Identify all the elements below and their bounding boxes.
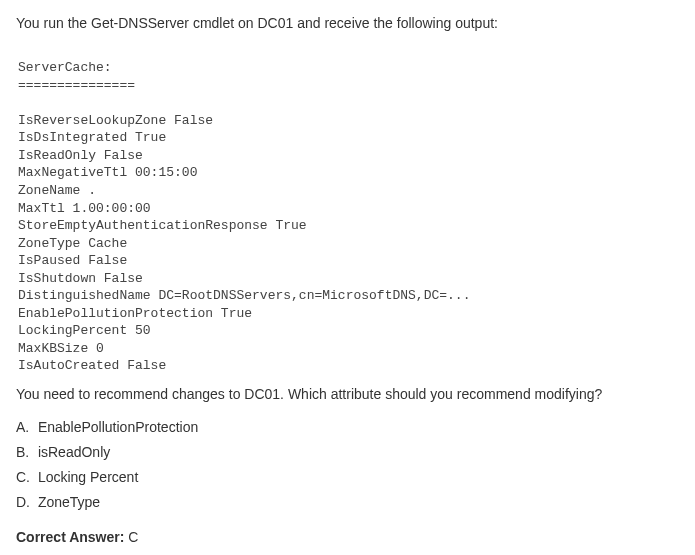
cmdlet-output: ServerCache: =============== IsReverseLo… <box>18 42 679 375</box>
option-text: ZoneType <box>38 494 100 510</box>
divider: =============== <box>18 78 135 93</box>
option-letter: D. <box>16 492 34 513</box>
option-a[interactable]: A. EnablePollutionProtection <box>16 417 679 438</box>
correct-answer: Correct Answer: C <box>16 529 679 545</box>
output-line: MaxNegativeTtl 00:15:00 <box>18 165 197 180</box>
output-line: EnablePollutionProtection True <box>18 306 252 321</box>
answer-value: C <box>128 529 138 545</box>
option-text: EnablePollutionProtection <box>38 419 198 435</box>
output-line: IsShutdown False <box>18 271 143 286</box>
answer-options: A. EnablePollutionProtection B. isReadOn… <box>16 417 679 513</box>
option-letter: B. <box>16 442 34 463</box>
output-line: IsReverseLookupZone False <box>18 113 213 128</box>
option-letter: C. <box>16 467 34 488</box>
output-line: StoreEmptyAuthenticationResponse True <box>18 218 307 233</box>
output-line: LockingPercent 50 <box>18 323 151 338</box>
option-b[interactable]: B. isReadOnly <box>16 442 679 463</box>
question-stem: You run the Get-DNSServer cmdlet on DC01… <box>16 14 679 34</box>
output-line: IsReadOnly False <box>18 148 143 163</box>
question-prompt: You need to recommend changes to DC01. W… <box>16 385 679 405</box>
option-text: Locking Percent <box>38 469 138 485</box>
output-line: IsDsIntegrated True <box>18 130 166 145</box>
output-line: MaxTtl 1.00:00:00 <box>18 201 151 216</box>
option-letter: A. <box>16 417 34 438</box>
server-cache-header: ServerCache: <box>18 60 112 75</box>
option-d[interactable]: D. ZoneType <box>16 492 679 513</box>
output-line: IsPaused False <box>18 253 127 268</box>
output-line: MaxKBSize 0 <box>18 341 104 356</box>
output-line: IsAutoCreated False <box>18 358 166 373</box>
output-line: DistinguishedName DC=RootDNSServers,cn=M… <box>18 288 470 303</box>
option-c[interactable]: C. Locking Percent <box>16 467 679 488</box>
output-line: ZoneName . <box>18 183 96 198</box>
output-line: ZoneType Cache <box>18 236 127 251</box>
option-text: isReadOnly <box>38 444 110 460</box>
answer-label: Correct Answer: <box>16 529 124 545</box>
